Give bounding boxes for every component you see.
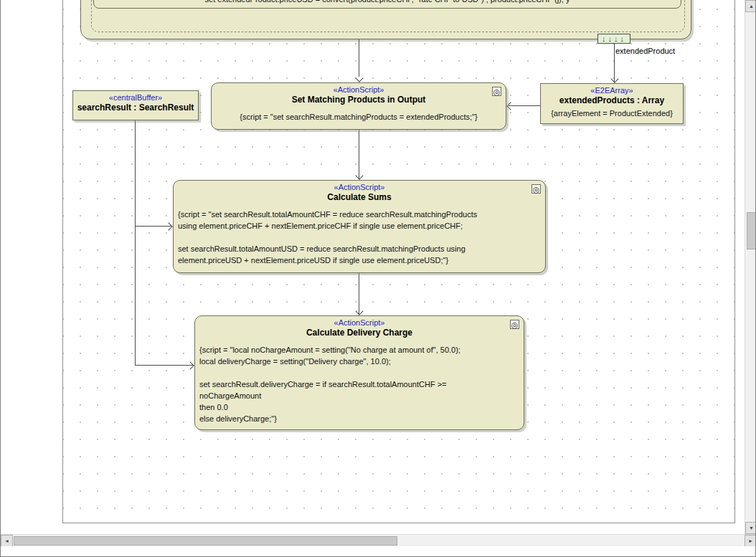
node-detail: {arrayElement = ProductExtended} — [541, 106, 683, 118]
expansion-node-label: extendedProduct — [615, 47, 675, 55]
central-buffer-node[interactable]: «centralBuffer» searchResult : SearchRes… — [72, 90, 199, 120]
expansion-node-icon[interactable]: ↓↓↓↓ — [597, 34, 630, 44]
clipped-action-node[interactable]: set extendedProduct.priceUSD = convert(p… — [93, 0, 681, 9]
script-line: set searchResult.totalAmountUSD = reduce… — [178, 243, 541, 254]
vertical-scrollbar[interactable]: ▲ ▼ — [745, 0, 756, 534]
scroll-up-icon: ▲ — [749, 4, 754, 9]
actionscript-node-calculate-delivery[interactable]: ◎ «ActionScript» Calculate Delivery Char… — [194, 315, 524, 430]
script-line: set searchResult.deliveryCharge = if sea… — [199, 379, 519, 390]
node-title: Calculate Delivery Charge — [195, 328, 524, 338]
scroll-down-icon: ▼ — [749, 525, 754, 530]
node-stereotype: «ActionScript» — [195, 316, 524, 328]
node-title: Set Matching Products in Output — [212, 95, 506, 105]
script-line: {script = "set searchResult.totalAmountC… — [178, 209, 541, 220]
node-script: {script = "set searchResult.totalAmountC… — [174, 203, 545, 266]
script-line — [178, 232, 541, 243]
composite-icon: ◎ — [510, 320, 519, 329]
node-stereotype: «ActionScript» — [174, 181, 545, 192]
diagram-editor-window: set extendedProduct.priceUSD = convert(p… — [0, 0, 756, 557]
script-line: element.priceUSD + nextElement.priceUSD … — [178, 254, 541, 266]
node-title: searchResult : SearchResult — [73, 103, 198, 113]
script-line: noChargeAmount — [199, 390, 519, 401]
diagram-canvas[interactable]: set extendedProduct.priceUSD = convert(p… — [1, 0, 745, 534]
scroll-down-button[interactable]: ▼ — [745, 522, 756, 534]
status-strip — [1, 546, 756, 557]
composite-icon: ◎ — [531, 184, 541, 194]
scroll-up-button[interactable]: ▲ — [745, 0, 756, 12]
node-script: {script = "set searchResult.matchingProd… — [212, 105, 506, 123]
script-line — [199, 367, 519, 379]
composite-icon: ◎ — [492, 87, 501, 96]
scroll-left-button[interactable]: ◄ — [1, 535, 13, 547]
script-line: else deliveryCharge;"} — [199, 413, 519, 424]
clipped-script-text: set extendedProduct.priceUSD = convert(p… — [94, 0, 681, 4]
horizontal-scrollbar[interactable]: ◄ ► — [1, 534, 756, 546]
script-line: using element.priceCHF + nextElement.pri… — [178, 220, 541, 232]
scroll-right-icon: ► — [748, 538, 753, 543]
vertical-scrollbar-thumb[interactable] — [747, 212, 756, 249]
node-title: Calculate Sums — [174, 192, 545, 203]
node-title: extendedProducts : Array — [541, 95, 683, 106]
connector-buffer-vertical[interactable] — [135, 120, 136, 366]
node-stereotype: «centralBuffer» — [73, 91, 198, 103]
connector-buffer-to-delivery[interactable] — [135, 365, 193, 366]
node-stereotype: «E2EArray» — [541, 84, 683, 95]
scroll-left-icon: ◄ — [4, 538, 9, 543]
node-stereotype: «ActionScript» — [212, 83, 506, 95]
actionscript-node-set-matching[interactable]: ◎ «ActionScript» Set Matching Products i… — [211, 82, 506, 130]
actionscript-node-calculate-sums[interactable]: ◎ «ActionScript» Calculate Sums {script … — [173, 180, 546, 273]
node-script: {script = "local noChargeAmount = settin… — [195, 338, 524, 424]
e2e-array-node[interactable]: «E2EArray» extendedProducts : Array {arr… — [540, 83, 684, 124]
script-line: local deliveryCharge = setting("Delivery… — [199, 356, 519, 367]
script-line: then 0.0 — [199, 401, 519, 413]
script-line: {script = "local noChargeAmount = settin… — [199, 344, 519, 356]
scroll-right-button[interactable]: ► — [745, 535, 756, 547]
connector-top-to-setmatching[interactable] — [359, 39, 359, 77]
script-line: {script = "set searchResult.matchingProd… — [216, 111, 501, 123]
horizontal-scrollbar-thumb[interactable] — [14, 536, 397, 546]
